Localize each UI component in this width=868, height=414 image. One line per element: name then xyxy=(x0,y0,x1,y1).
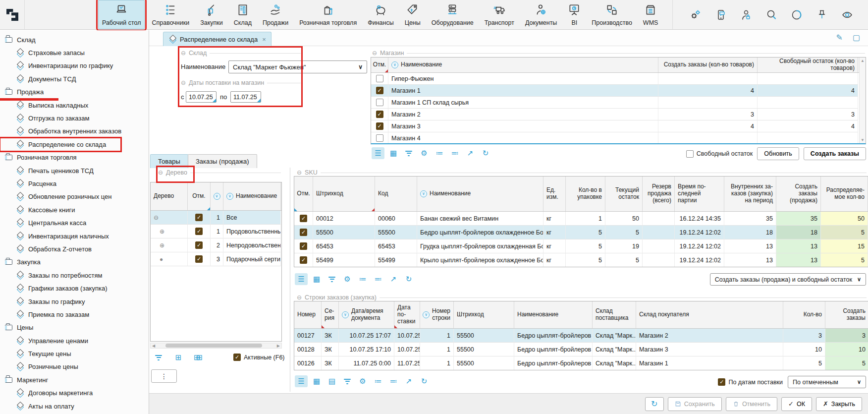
sidebar-item-26[interactable]: Розничные цены xyxy=(0,360,149,373)
by-marked-select[interactable]: По отмеченным∨ xyxy=(788,376,866,388)
mobile-chat-icon[interactable] xyxy=(715,9,727,21)
sidebar-item-7[interactable]: Отгрузка по заказам xyxy=(0,112,149,124)
tree-hscrollbar[interactable]: ◀ ▶ xyxy=(150,343,282,349)
filter-icon[interactable]: ∨ xyxy=(226,193,233,200)
checkbox[interactable]: ✓ xyxy=(376,111,383,118)
column-header[interactable]: ∨ xyxy=(211,182,223,210)
refresh-icon[interactable]: ↻ xyxy=(402,273,415,285)
sidebar-item-3[interactable]: Инвентаризации по графику xyxy=(0,59,149,72)
filter-icon[interactable] xyxy=(341,375,354,387)
sidebar-item-9[interactable]: Распределение со склада xyxy=(0,138,121,151)
column-header[interactable]: Текущий остаток xyxy=(605,177,643,211)
tree-expander-icon[interactable]: ⊕ xyxy=(154,242,164,249)
edit-icon[interactable]: ✎ xyxy=(836,33,842,42)
grid-icon[interactable]: ▦ xyxy=(310,273,323,285)
settings-icon[interactable]: ⚙ xyxy=(418,147,431,159)
toolbar-desktop[interactable]: Рабочий стол xyxy=(98,0,145,29)
checkbox[interactable]: ✓ xyxy=(233,354,241,361)
column-header[interactable]: Дата по-ставки xyxy=(394,301,420,328)
column-header[interactable]: Внутренних за-казов (закупка) на период xyxy=(724,177,776,211)
column-header[interactable]: Свободный остаток (кол-во товаров) xyxy=(758,58,858,72)
checkbox[interactable] xyxy=(686,150,694,158)
checkbox[interactable] xyxy=(376,75,383,82)
calendar-icon[interactable]: ▤ xyxy=(326,375,338,387)
sidebar-item-1[interactable]: Склад xyxy=(0,33,149,46)
column-header[interactable]: Резерв продажа (всего) xyxy=(643,177,675,211)
column-header[interactable]: Распределяе-мое кол-во xyxy=(821,177,868,211)
by-delivery-dates-checkbox[interactable]: ✓По датам поставки xyxy=(718,378,783,386)
checkbox[interactable]: ✓ xyxy=(300,256,307,264)
collapse-icon[interactable]: ⊖ xyxy=(297,169,302,176)
column-header[interactable]: ∨Наименование xyxy=(388,58,658,72)
search-icon[interactable] xyxy=(765,9,777,21)
toolbar-directories[interactable]: Справочники xyxy=(148,0,193,29)
warehouse-select[interactable]: Склад "Маркет Фьюжен"∨ xyxy=(228,60,367,73)
filter-icon[interactable] xyxy=(152,352,165,363)
sidebar-item-12[interactable]: Расценка xyxy=(0,177,149,190)
column-header[interactable]: Склад поставщика xyxy=(593,301,636,328)
refresh-shops-button[interactable]: Обновить xyxy=(757,147,799,160)
column-header[interactable]: Склад покупателя xyxy=(636,301,783,328)
save-button[interactable]: Сохранить xyxy=(668,397,722,411)
numbered-list-icon[interactable]: ≔ xyxy=(372,375,384,387)
settings-icon[interactable]: ⚙ xyxy=(341,273,354,285)
checkbox[interactable]: ✓ xyxy=(300,242,307,250)
add-box-icon[interactable]: ⊞ xyxy=(172,352,185,363)
scroll-down-icon[interactable]: ▼ xyxy=(860,138,866,142)
sidebar-item-28[interactable]: Договоры маркетинга xyxy=(0,387,149,400)
checkbox[interactable]: ✓ xyxy=(376,87,383,94)
date-from-input[interactable]: 10.07.25 xyxy=(186,91,217,103)
column-header[interactable]: Штрихкод xyxy=(454,301,514,328)
sidebar-item-8[interactable]: Обработка внутренних заказов xyxy=(0,125,149,138)
create-orders-button[interactable]: Создать заказы xyxy=(804,147,866,160)
checkbox[interactable]: ✓ xyxy=(195,214,203,221)
tree-expander-icon[interactable]: ⊖ xyxy=(154,214,159,221)
column-header[interactable]: Дерево xyxy=(151,182,188,210)
column-header[interactable]: Время по-следней партии xyxy=(675,177,724,211)
column-header[interactable]: ∨Наименование xyxy=(417,177,543,211)
date-to-input[interactable]: 11.07.25 xyxy=(230,91,261,103)
sidebar-item-4[interactable]: Документы ТСД xyxy=(0,72,149,85)
column-header[interactable]: Наименование xyxy=(514,301,593,328)
user-lock-icon[interactable] xyxy=(740,9,752,21)
column-header[interactable]: Создать заказы xyxy=(825,301,868,328)
numbered-list-icon[interactable]: ≔ xyxy=(433,147,446,159)
collapse-icon[interactable]: ⊖ xyxy=(158,169,163,176)
sidebar-item-16[interactable]: Инвентаризация наличных xyxy=(0,230,149,242)
column-header[interactable]: ∨Наименование xyxy=(223,182,281,210)
column-header[interactable]: Код xyxy=(375,177,417,211)
open-external-icon[interactable]: ↗ xyxy=(464,147,477,159)
sidebar-item-10[interactable]: Розничная торговля xyxy=(0,151,149,164)
column-header[interactable]: Штрихкод xyxy=(313,177,375,211)
filter-icon[interactable]: ∨ xyxy=(423,311,430,318)
refresh-icon[interactable]: ↻ xyxy=(418,375,431,387)
checkbox[interactable]: ✓ xyxy=(300,229,307,236)
column-header[interactable]: Отм. xyxy=(188,182,211,210)
filter-icon[interactable] xyxy=(402,147,415,159)
sidebar-item-17[interactable]: Обработка Z-отчетов xyxy=(0,242,149,255)
toolbar-finance[interactable]: Финансы xyxy=(364,0,397,29)
sidebar-item-5[interactable]: Продажа xyxy=(0,86,149,99)
toolbar-prices[interactable]: Цены xyxy=(401,0,425,29)
add-box-multi-icon[interactable]: ⊞⊞ xyxy=(192,352,205,363)
settings-icon[interactable]: ⚙ xyxy=(356,375,369,387)
toolbar-retail[interactable]: Розничная торговля xyxy=(295,0,361,29)
collapse-icon[interactable]: ⊖ xyxy=(181,79,186,86)
scroll-left-icon[interactable]: ◀ xyxy=(152,344,155,348)
sidebar-item-23[interactable]: Цены xyxy=(0,321,149,334)
column-header[interactable]: ∨Дата/время документа xyxy=(339,301,394,328)
checkbox[interactable]: ✓ xyxy=(195,255,203,263)
add-row-icon[interactable]: ≕ xyxy=(448,147,461,159)
column-header[interactable]: Отм. xyxy=(371,58,388,72)
column-header[interactable]: Се-рия xyxy=(322,301,339,328)
tree-expander-icon[interactable]: ⊕ xyxy=(154,228,164,235)
open-external-icon[interactable]: ↗ xyxy=(402,375,415,387)
column-header[interactable]: ∨Номер строки xyxy=(420,301,454,328)
checkbox[interactable]: ✓ xyxy=(195,228,203,235)
free-stock-checkbox[interactable]: Свободный остаток xyxy=(686,150,753,158)
toolbar-equipment[interactable]: Оборудование xyxy=(428,0,478,29)
tab-close-icon[interactable]: × xyxy=(262,36,266,43)
ok-button[interactable]: ✓ОК xyxy=(781,397,812,411)
sidebar-item-22[interactable]: Приемка по заказам xyxy=(0,308,149,321)
checkbox[interactable]: ✓ xyxy=(300,215,307,222)
